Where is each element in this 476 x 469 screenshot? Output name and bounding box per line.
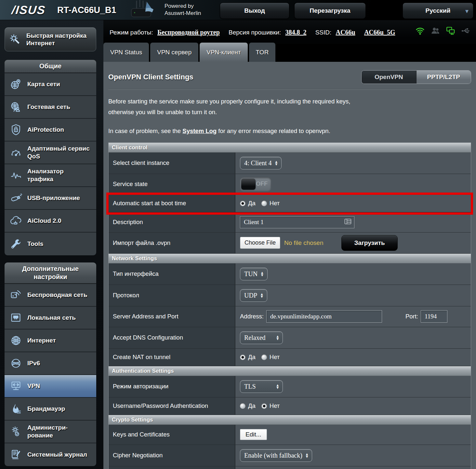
server-address-port-address-input[interactable]: de.vpnunlimitedapp.com [266, 310, 382, 323]
row-value: Enable (with fallback)▲▼ [235, 445, 471, 466]
sidebar-item-shield[interactable]: AiProtection [5, 119, 96, 141]
protocol-select[interactable]: UDP▲▼ [240, 289, 267, 302]
sidebar-item-usb-app[interactable]: USB-приложение [5, 187, 96, 210]
spinner-arrows-icon: ▲▼ [306, 453, 308, 458]
openvpn-toggle-button[interactable]: OpenVPN [362, 71, 416, 84]
ssid-5g-link[interactable]: AC66u_5G [364, 29, 395, 36]
radio-icon [240, 355, 245, 360]
settings-row-description: DescriptionClient 1 [109, 212, 471, 233]
svg-text:IPV6: IPV6 [13, 362, 20, 365]
row-label: Accept DNS Configuration [109, 327, 235, 348]
ssid-label: SSID: [315, 29, 332, 36]
reboot-button[interactable]: Перезагрузка [294, 3, 366, 19]
top-header-bar: /ISUS RT-AC66U_B1 Powered by Asuswrt-Mer… [0, 0, 476, 20]
logout-button[interactable]: Выход [220, 3, 289, 19]
quick-setup-gear-icon [8, 32, 22, 47]
spinner-arrows-icon: ▲▼ [276, 335, 279, 340]
sidebar-item-syslog[interactable]: Системный журнал [5, 443, 96, 466]
quick-setup-label: Быстрая настройка Интернет [26, 32, 86, 47]
devices-status-icon[interactable] [446, 26, 456, 36]
tab-vpn-status[interactable]: VPN Status [103, 43, 149, 62]
ssid-24g-link[interactable]: AC66u [336, 29, 355, 36]
ipv6-icon: IPV6 [9, 356, 23, 370]
network-map-icon [9, 77, 23, 91]
auto-start-boot-radio-no[interactable]: Нет [261, 200, 280, 207]
operation-mode-link[interactable]: Беспроводной роутер [157, 29, 220, 36]
import-ovpn-choose-file-button[interactable]: Choose File [240, 237, 280, 249]
row-value: OFF [235, 174, 471, 194]
tab-tor[interactable]: TOR [249, 43, 276, 62]
sidebar-item-label: Гостевая сеть [27, 103, 70, 111]
settings-row-userpass-auth: Username/Password AuthenticationДаНет [109, 397, 471, 415]
service-state-toggle[interactable]: OFF [240, 177, 271, 191]
sidebar-item-wrench[interactable]: Tools [5, 233, 96, 255]
userpass-auth-radio-no[interactable]: Нет [261, 402, 280, 409]
server-address-port-port-input[interactable]: 1194 [421, 310, 447, 323]
accept-dns-select[interactable]: Relaxed▲▼ [240, 331, 283, 344]
intro-text: Before starting the service make sure yo… [108, 96, 471, 118]
row-label: Description [109, 212, 235, 232]
sidebar-item-admin-gear[interactable]: Администри- рование [5, 421, 96, 443]
sidebar-item-guest-network[interactable]: Гостевая сеть [5, 96, 96, 119]
section-header: Crypto Settings [109, 415, 471, 425]
row-value: TUN▲▼ [235, 263, 471, 285]
radio-label: Нет [270, 402, 280, 409]
firewall-icon [9, 402, 23, 416]
sidebar-item-label: Интернет [27, 337, 56, 344]
sidebar-item-label: Адаптивный сервис QoS [27, 145, 90, 160]
userpass-auth-radio-yes[interactable]: Да [240, 402, 256, 409]
sidebar-item-wireless[interactable]: Беспроводная сеть [5, 284, 96, 307]
sidebar-item-label: Системный журнал [27, 451, 87, 459]
sidebar-item-label: Локальная сеть [27, 314, 76, 322]
description-input[interactable]: Client 1 [240, 216, 354, 228]
sidebar-item-lan[interactable]: Локальная сеть [5, 307, 96, 329]
clients-status-icon[interactable] [430, 26, 440, 36]
sidebar-item-label: Брандмауэр [27, 405, 65, 413]
sidebar-item-internet-globe[interactable]: Интернет [5, 329, 96, 352]
status-icons [415, 26, 471, 36]
row-label: Протокол [109, 285, 235, 306]
row-value: ДаНет [235, 349, 471, 366]
sidebar-item-firewall[interactable]: Брандмауэр [5, 398, 96, 421]
system-log-link[interactable]: System Log [182, 127, 217, 134]
usb-app-icon [9, 191, 23, 205]
toggle-state-label: OFF [256, 181, 268, 187]
pptp-l2tp-toggle-button[interactable]: PPTP/L2TP [416, 71, 471, 84]
firmware-label: Версия прошивки: [229, 29, 281, 36]
create-nat-radio-no[interactable]: Нет [261, 354, 280, 361]
cipher-negotiation-select[interactable]: Enable (with fallback)▲▼ [240, 449, 312, 462]
select-client-instance-select[interactable]: 4: Client 4▲▼ [240, 157, 282, 169]
vpn-type-switch: OpenVPN PPTP/L2TP [361, 70, 471, 84]
settings-row-keys-certificates: Keys and CertificatesEdit... [109, 425, 471, 445]
auto-start-boot-radio-yes[interactable]: Да [240, 200, 256, 207]
settings-row-server-address-port: Server Address and PortAddress:de.vpnunl… [109, 306, 471, 327]
interface-type-select[interactable]: TUN▲▼ [240, 268, 268, 280]
row-label: Create NAT on tunnel [109, 349, 235, 366]
sidebar-item-ipv6[interactable]: IPV6IPv6 [5, 352, 96, 375]
address-label: Address: [240, 313, 264, 320]
page-title: OpenVPN Client Settings [108, 73, 193, 81]
auth-mode-select[interactable]: TLS▲▼ [240, 380, 283, 393]
sidebar-item-qos-gauge[interactable]: Адаптивный сервис QoS [5, 141, 96, 164]
main-panel: OpenVPN Client Settings OpenVPN PPTP/L2T… [103, 62, 476, 469]
firmware-version-link[interactable]: 384.8_2 [285, 29, 306, 36]
tab-vpn-server[interactable]: VPN сервер [150, 43, 198, 62]
usb-status-icon[interactable] [461, 26, 471, 36]
sidebar-item-vpn[interactable]: VPN [5, 375, 96, 398]
language-dropdown[interactable]: Русский ▼ [403, 3, 473, 19]
sidebar-item-traffic-analyzer[interactable]: Анализатор трафика [5, 164, 96, 187]
quick-internet-setup-button[interactable]: Быстрая настройка Интернет [5, 27, 96, 51]
powered-by-text: Powered by Asuswrt-Merlin [165, 3, 201, 17]
create-nat-radio-yes[interactable]: Да [240, 354, 256, 361]
import-ovpn-upload-button[interactable]: Загрузить [341, 235, 397, 251]
settings-row-auth-mode: Режим авторизацииTLS▲▼ [109, 376, 471, 397]
wifi-status-icon[interactable] [415, 26, 425, 36]
tab-vpn-client[interactable]: VPN-клиент [200, 43, 247, 62]
keys-certificates-button[interactable]: Edit... [240, 429, 267, 440]
list-picker-icon[interactable] [344, 219, 351, 226]
settings-row-service-state: Service stateOFF [109, 174, 471, 195]
mode-label: Режим работы: [110, 29, 153, 36]
sidebar-item-network-map[interactable]: Карта сети [5, 73, 96, 96]
sidebar-section: ОбщиеКарта сетиГостевая сетьAiProtection… [5, 60, 96, 255]
sidebar-item-cloud[interactable]: AiCloud 2.0 [5, 210, 96, 233]
